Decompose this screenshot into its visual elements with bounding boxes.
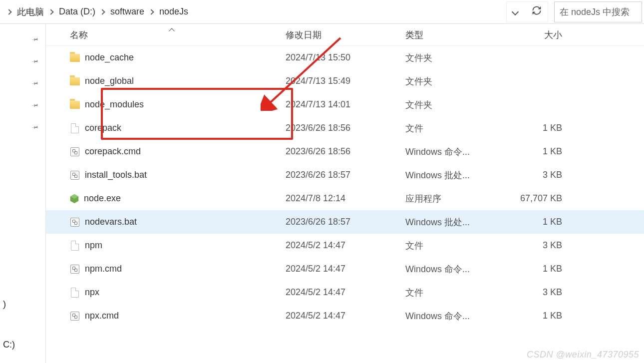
generic-file-icon bbox=[70, 287, 80, 298]
file-name: node.exe bbox=[84, 193, 121, 204]
pin-icon bbox=[31, 99, 41, 109]
cell-name: node_cache bbox=[70, 52, 286, 63]
batch-file-icon bbox=[70, 170, 80, 181]
cell-name: install_tools.bat bbox=[70, 170, 286, 181]
breadcrumb-item[interactable]: 此电脑 bbox=[15, 0, 46, 23]
cell-date: 2023/6/26 18:56 bbox=[286, 123, 405, 133]
cell-name: node_modules bbox=[70, 99, 286, 110]
file-name: npm bbox=[85, 240, 102, 251]
table-row[interactable]: npm.cmd2024/5/2 14:47Windows 命令...1 KB bbox=[46, 257, 644, 281]
address-toolbar: 此电脑 Data (D:) software nodeJs 在 nodeJs 中… bbox=[0, 0, 644, 24]
cell-size: 3 KB bbox=[508, 240, 572, 251]
column-header-label: 名称 bbox=[70, 30, 88, 40]
cell-date: 2024/5/2 14:47 bbox=[286, 287, 405, 298]
chevron-right-icon bbox=[48, 9, 53, 14]
table-row[interactable]: node_modules2024/7/13 14:01文件夹 bbox=[46, 93, 644, 116]
breadcrumb[interactable]: 此电脑 Data (D:) software nodeJs bbox=[2, 0, 506, 23]
nav-drive-labels: ) C:) bbox=[0, 269, 39, 363]
column-header-size[interactable]: 大小 bbox=[508, 29, 572, 41]
breadcrumb-item[interactable]: nodeJs bbox=[157, 0, 190, 23]
history-dropdown-button[interactable] bbox=[513, 6, 518, 17]
table-row[interactable]: npm2024/5/2 14:47文件3 KB bbox=[46, 234, 644, 257]
cell-date: 2024/7/13 15:49 bbox=[286, 76, 405, 86]
breadcrumb-item[interactable]: Data (D:) bbox=[57, 0, 97, 23]
cell-size: 1 KB bbox=[508, 123, 572, 133]
cell-size: 1 KB bbox=[508, 217, 572, 227]
cell-type: Windows 命令... bbox=[405, 310, 508, 322]
generic-file-icon bbox=[70, 240, 80, 251]
file-name: corepack.cmd bbox=[85, 146, 141, 157]
pin-icon bbox=[31, 55, 41, 65]
pin-icon bbox=[31, 77, 41, 87]
table-row[interactable]: npx.cmd2024/5/2 14:47Windows 命令...1 KB bbox=[46, 304, 644, 328]
cell-type: 文件 bbox=[405, 240, 508, 252]
cell-size: 67,707 KB bbox=[508, 193, 572, 204]
folder-icon bbox=[70, 76, 80, 87]
cell-name: corepack.cmd bbox=[70, 146, 286, 157]
nav-pane[interactable]: ) C:) bbox=[0, 24, 46, 363]
file-name: node_modules bbox=[85, 99, 144, 110]
table-row[interactable]: corepack.cmd2023/6/26 18:56Windows 命令...… bbox=[46, 140, 644, 163]
cell-size: 3 KB bbox=[508, 287, 572, 298]
search-input[interactable]: 在 nodeJs 中搜索 bbox=[554, 1, 642, 22]
cell-size: 1 KB bbox=[508, 146, 572, 157]
breadcrumb-item[interactable]: software bbox=[108, 0, 146, 23]
refresh-button[interactable] bbox=[532, 5, 542, 18]
cell-type: 文件夹 bbox=[405, 99, 508, 111]
column-header-date[interactable]: 修改日期 bbox=[286, 29, 405, 41]
cell-type: Windows 命令... bbox=[405, 263, 508, 275]
cell-date: 2024/5/2 14:47 bbox=[286, 264, 405, 274]
cell-type: Windows 批处... bbox=[405, 169, 508, 181]
cell-type: Windows 命令... bbox=[405, 146, 508, 158]
table-row[interactable]: install_tools.bat2023/6/26 18:57Windows … bbox=[46, 163, 644, 187]
node-exe-icon bbox=[70, 194, 79, 204]
refresh-icon bbox=[532, 5, 542, 15]
chevron-right-icon bbox=[148, 9, 154, 14]
table-row[interactable]: npx2024/5/2 14:47文件3 KB bbox=[46, 281, 644, 304]
cell-type: 文件夹 bbox=[405, 52, 508, 64]
batch-file-icon bbox=[70, 264, 80, 275]
table-row[interactable]: node_cache2024/7/13 15:50文件夹 bbox=[46, 46, 644, 69]
table-row[interactable]: nodevars.bat2023/6/26 18:57Windows 批处...… bbox=[46, 210, 644, 234]
file-name: node_cache bbox=[85, 52, 134, 63]
cell-date: 2024/5/2 14:47 bbox=[286, 240, 405, 251]
file-name: npx.cmd bbox=[85, 311, 119, 321]
cell-type: 文件夹 bbox=[405, 75, 508, 87]
chevron-right-icon bbox=[99, 9, 105, 14]
cell-type: 文件 bbox=[405, 122, 508, 134]
cell-date: 2024/7/13 15:50 bbox=[286, 52, 405, 63]
cell-type: 文件 bbox=[405, 287, 508, 299]
cell-date: 2024/7/8 12:14 bbox=[286, 193, 405, 204]
table-row[interactable]: node.exe2024/7/8 12:14应用程序67,707 KB bbox=[46, 187, 644, 210]
generic-file-icon bbox=[70, 123, 80, 134]
column-header-name[interactable]: 名称 bbox=[70, 29, 286, 41]
cell-name: npm bbox=[70, 240, 286, 251]
table-row[interactable]: node_global2024/7/13 15:49文件夹 bbox=[46, 69, 644, 93]
cell-date: 2024/5/2 14:47 bbox=[286, 311, 405, 321]
cell-type: 应用程序 bbox=[405, 193, 508, 205]
nav-label[interactable]: ) bbox=[3, 299, 39, 310]
file-name: npm.cmd bbox=[85, 264, 122, 274]
cell-date: 2024/7/13 14:01 bbox=[286, 99, 405, 110]
column-header-row: 名称 修改日期 类型 大小 bbox=[46, 24, 644, 46]
cell-name: npm.cmd bbox=[70, 264, 286, 275]
cell-date: 2023/6/26 18:57 bbox=[286, 217, 405, 227]
pin-icon bbox=[31, 121, 41, 131]
cell-size: 1 KB bbox=[508, 264, 572, 274]
address-actions bbox=[506, 1, 548, 22]
batch-file-icon bbox=[70, 217, 80, 228]
nav-label[interactable]: C:) bbox=[3, 340, 39, 350]
search-placeholder: 在 nodeJs 中搜索 bbox=[560, 6, 630, 18]
cell-date: 2023/6/26 18:57 bbox=[286, 170, 405, 180]
folder-icon bbox=[70, 52, 80, 63]
file-name: npx bbox=[85, 287, 99, 298]
file-list-view: 名称 修改日期 类型 大小 node_cache2024/7/13 15:50文… bbox=[46, 24, 644, 363]
file-name: install_tools.bat bbox=[85, 170, 147, 180]
cell-size: 3 KB bbox=[508, 170, 572, 180]
table-row[interactable]: corepack2023/6/26 18:56文件1 KB bbox=[46, 116, 644, 140]
column-header-type[interactable]: 类型 bbox=[405, 29, 508, 41]
folder-icon bbox=[70, 99, 80, 110]
file-name: nodevars.bat bbox=[85, 217, 137, 227]
cell-date: 2023/6/26 18:56 bbox=[286, 146, 405, 157]
chevron-right-icon bbox=[6, 9, 11, 14]
